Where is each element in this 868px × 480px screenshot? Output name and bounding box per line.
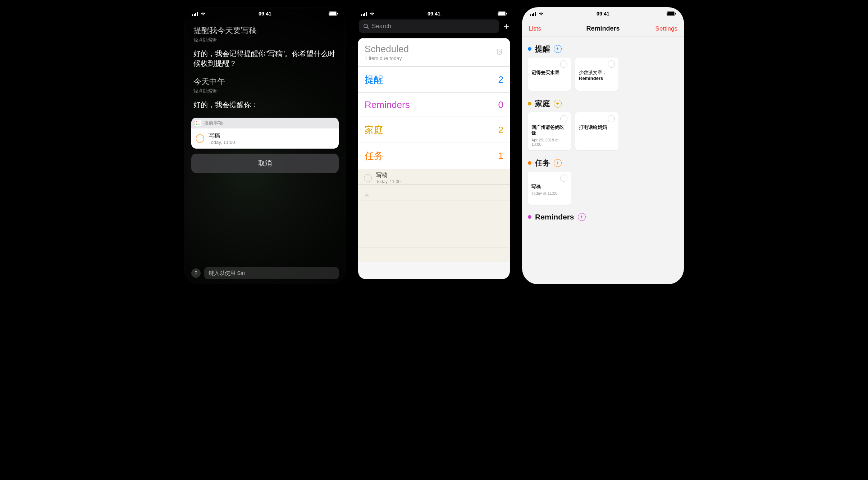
cancel-button[interactable]: 取消 (191, 154, 339, 173)
card-header: 提醒事项 (191, 118, 339, 128)
reminder-title: 写稿 (209, 132, 235, 140)
section-header[interactable]: 任务 + (528, 155, 678, 172)
section-name: 提醒 (535, 44, 550, 54)
svg-line-13 (367, 27, 369, 29)
svg-point-7 (196, 124, 197, 124)
card-title: 写稿 (531, 184, 567, 190)
reminder-card[interactable]: 回广州请爸妈吃饭Apr 29, 2018 at 10:00 (528, 112, 571, 150)
status-time: 09:41 (184, 11, 346, 17)
search-input[interactable]: Search (359, 19, 499, 33)
section-cards: 回广州请爸妈吃饭Apr 29, 2018 at 10:00打电话给妈妈 (528, 112, 678, 150)
list-count: 1 (498, 150, 503, 162)
tap-to-edit-2[interactable]: 轻点以编辑 › (193, 88, 337, 94)
reminder-card[interactable]: 打电话给妈妈 (575, 112, 618, 150)
search-placeholder: Search (372, 23, 391, 30)
svg-point-3 (196, 121, 197, 122)
add-task-button[interactable]: + (358, 187, 510, 204)
section-cards: 记得去买水果少数派文章：Reminders (528, 58, 678, 91)
reminder-subtitle: Today, 11:00 (209, 140, 235, 145)
section-add-button[interactable]: + (554, 159, 562, 167)
status-bar: 09:41 (353, 9, 515, 18)
svg-line-17 (497, 49, 498, 50)
list-sheet[interactable]: 家庭2 (358, 117, 510, 143)
section-color-dot (528, 161, 531, 165)
section-name: 任务 (535, 158, 550, 168)
section-add-button[interactable]: + (554, 100, 562, 108)
section-add-button[interactable]: + (578, 213, 586, 221)
reminder-card[interactable]: 写稿Today at 11:00 (528, 172, 571, 205)
chevron-right-icon: › (218, 38, 220, 42)
list-name: 提醒 (365, 73, 383, 86)
card-date: Apr 29, 2018 at 10:00 (531, 138, 567, 146)
siri-request-2[interactable]: 今天中午 (193, 76, 337, 87)
section-header[interactable]: 提醒 + (528, 41, 678, 58)
task-row[interactable]: 写稿 Today, 11:00 (358, 169, 510, 187)
open-list-body: 写稿 Today, 11:00 + (358, 169, 510, 262)
card-app-label: 提醒事项 (204, 120, 223, 126)
phone-reminders-grid: 09:41 Lists Reminders Settings 提醒 +记得去买水… (522, 7, 684, 284)
siri-text-input[interactable]: 键入以使用 Siri (204, 267, 339, 279)
section-name: 家庭 (535, 99, 550, 109)
list-count: 2 (498, 74, 503, 85)
reminder-circle-icon[interactable] (196, 134, 204, 143)
list-name: 家庭 (365, 124, 383, 136)
clock-icon (495, 48, 503, 57)
list-sheet[interactable]: Reminders0 (358, 92, 510, 117)
card-circle-icon[interactable] (560, 175, 567, 182)
siri-input-placeholder: 键入以使用 Siri (209, 270, 245, 277)
section-name: Reminders (535, 213, 574, 221)
svg-line-16 (499, 52, 501, 52)
status-time: 09:41 (353, 11, 515, 17)
section-color-dot (528, 102, 531, 105)
list-name: Reminders (365, 99, 410, 110)
reminder-card[interactable]: 提醒事项 写稿 Today, 11:00 (191, 118, 339, 149)
add-list-button[interactable]: + (503, 21, 509, 32)
card-circle-icon[interactable] (608, 60, 615, 68)
task-circle-icon[interactable] (364, 174, 372, 182)
tap-to-edit-1[interactable]: 轻点以编辑 › (193, 37, 337, 43)
sections-scroll[interactable]: 提醒 +记得去买水果少数派文章：Reminders 家庭 +回广州请爸妈吃饭Ap… (522, 37, 684, 284)
reminders-app-icon (195, 120, 201, 126)
svg-rect-6 (197, 123, 200, 123)
status-time: 09:41 (522, 11, 684, 17)
section-header[interactable]: 家庭 + (528, 96, 678, 112)
card-title: 回广州请爸妈吃饭 (531, 124, 567, 136)
status-bar: 09:41 (184, 9, 346, 18)
nav-settings-button[interactable]: Settings (655, 25, 677, 32)
list-sheet[interactable]: 提醒2 (358, 67, 510, 92)
card-title: 少数派文章：Reminders (579, 70, 615, 82)
section-add-button[interactable]: + (554, 45, 562, 53)
help-button[interactable]: ? (191, 268, 201, 278)
scheduled-title: Scheduled (365, 44, 409, 55)
scheduled-sub: 1 item due today (365, 55, 409, 61)
list-name: 任务 (365, 150, 383, 162)
reminder-card[interactable]: 少数派文章：Reminders (575, 58, 618, 91)
task-title: 写稿 (376, 172, 401, 179)
section-cards: 写稿Today at 11:00 (528, 172, 678, 205)
siri-response-1: 好的，我会记得提醒你"写稿"。你希望什么时候收到提醒？ (193, 49, 337, 68)
section-color-dot (528, 47, 531, 51)
task-subtitle: Today, 11:00 (376, 179, 401, 184)
siri-request-1[interactable]: 提醒我今天要写稿 (193, 25, 337, 36)
svg-rect-8 (197, 124, 200, 124)
card-circle-icon[interactable] (560, 115, 567, 122)
status-bar: 09:41 (522, 9, 684, 18)
section-header[interactable]: Reminders + (528, 210, 678, 225)
chevron-right-icon: › (218, 89, 220, 93)
svg-point-12 (364, 24, 367, 28)
section-color-dot (528, 215, 531, 219)
svg-rect-4 (197, 122, 200, 122)
scheduled-sheet[interactable]: Scheduled 1 item due today (358, 38, 510, 67)
card-title: 打电话给妈妈 (579, 124, 615, 130)
nav-lists-button[interactable]: Lists (529, 25, 541, 32)
card-circle-icon[interactable] (560, 60, 567, 68)
card-date: Today at 11:00 (531, 191, 567, 195)
list-count: 2 (498, 124, 503, 136)
reminder-card[interactable]: 记得去买水果 (528, 58, 571, 91)
svg-point-5 (196, 123, 197, 123)
list-sheet[interactable]: 任务1 (358, 143, 510, 169)
lists-stack: Scheduled 1 item due today 提醒2Reminders0… (358, 38, 510, 279)
svg-line-18 (502, 49, 503, 50)
card-circle-icon[interactable] (608, 115, 615, 122)
phone-reminders-classic: 09:41 Search + Scheduled 1 item due toda… (353, 7, 515, 284)
